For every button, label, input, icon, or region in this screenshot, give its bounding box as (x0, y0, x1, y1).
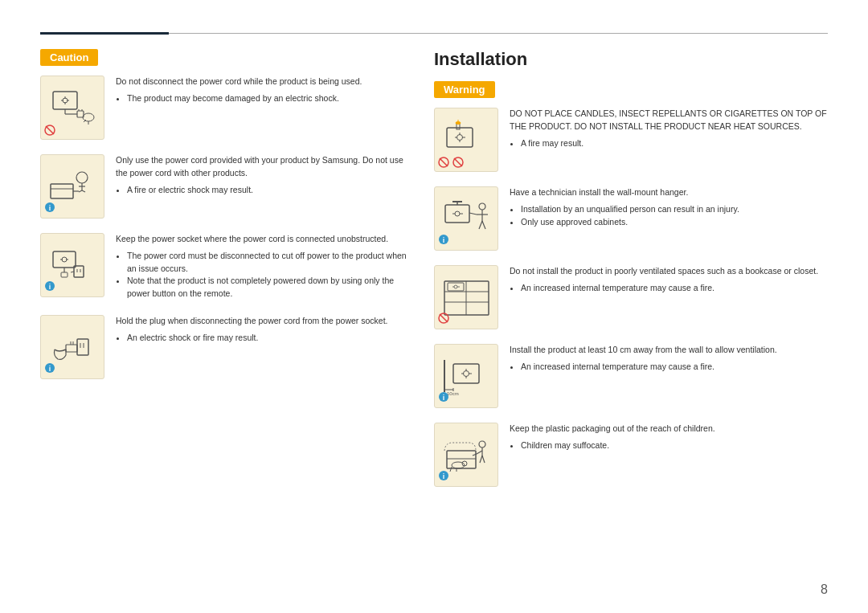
installation-title: Installation (434, 49, 828, 70)
svg-line-15 (46, 126, 54, 134)
page-container: Caution (0, 0, 868, 613)
warning-item-3: Do not install the product in poorly ven… (434, 265, 828, 329)
svg-rect-46 (447, 128, 473, 147)
svg-line-21 (79, 190, 82, 192)
caution-icon-3 (47, 245, 99, 285)
caution-item-3: i Keep the power socket where the power … (40, 233, 410, 300)
warning-main-2: Have a technician install the wall-mount… (510, 186, 828, 199)
warning-bullet-1-0: A fire may result. (521, 137, 828, 150)
info-dot-w2: i (438, 234, 449, 247)
svg-rect-84 (453, 364, 479, 383)
svg-text:i: i (49, 283, 51, 291)
warning-text-1: DO NOT PLACE CANDLES, INSECT REPELLANTS … (510, 108, 828, 149)
svg-line-100 (477, 451, 482, 454)
caution-main-4: Hold the plug when disconnecting the pow… (116, 315, 410, 328)
caution-bullet-1-0: The product may become damaged by an ele… (127, 92, 410, 105)
svg-point-78 (454, 285, 457, 288)
warning-text-5: Keep the plastic packaging out of the re… (510, 423, 828, 452)
caution-main-1: Do not disconnect the power cord while t… (116, 76, 410, 88)
page-number: 8 (821, 582, 828, 597)
caution-item-4: i Hold the plug when disconnecting the p… (40, 315, 410, 379)
warning-icon-5 (440, 435, 493, 475)
warning-image-1 (434, 108, 498, 172)
warning-bullet-2-1: Only use approved cabinets. (521, 216, 828, 229)
top-line-dark (40, 32, 169, 35)
caution-text-4: Hold the plug when disconnecting the pow… (116, 315, 410, 345)
svg-rect-26 (53, 251, 76, 268)
svg-text:i: i (443, 472, 445, 480)
caution-icon-2 (47, 166, 99, 206)
warning-image-5: i (434, 423, 498, 487)
caution-icon-1 (47, 88, 99, 128)
warning-icon-1 (440, 120, 493, 160)
warning-image-3 (434, 265, 498, 329)
warning-text-3: Do not install the product in poorly ven… (510, 265, 828, 295)
caution-bullet-2-0: A fire or electric shock may result. (127, 184, 410, 197)
svg-point-53 (456, 122, 461, 125)
warning-main-1: DO NOT PLACE CANDLES, INSECT REPELLANTS … (510, 108, 828, 133)
svg-point-85 (463, 371, 469, 377)
caution-bullet-4-0: An electric shock or fire may result. (127, 332, 410, 345)
top-lines (40, 32, 828, 35)
svg-rect-77 (448, 283, 464, 291)
warning-main-4: Install the product at least 10 cm away … (510, 344, 828, 357)
svg-rect-96 (447, 451, 476, 468)
caution-text-1: Do not disconnect the power cord while t… (116, 76, 410, 105)
caution-item-2: i Only use the power cord provided with … (40, 154, 410, 219)
caution-icon-4 (47, 327, 99, 367)
caution-text-2: Only use the power cord provided with yo… (116, 154, 410, 196)
svg-line-22 (82, 190, 85, 192)
svg-line-102 (480, 456, 482, 463)
no-symbol-w3 (438, 313, 449, 325)
svg-line-70 (469, 213, 477, 215)
no-symbol-1 (44, 125, 55, 136)
warning-badge: Warning (434, 81, 495, 98)
caution-item-1: Do not disconnect the power cord while t… (40, 76, 410, 140)
svg-rect-38 (77, 339, 88, 355)
svg-point-18 (76, 172, 88, 183)
caution-main-3: Keep the power socket where the power co… (116, 233, 410, 246)
svg-text:i: i (49, 365, 51, 373)
warning-image-4: 10cm i (434, 344, 498, 408)
warning-text-2: Have a technician install the wall-mount… (510, 186, 828, 228)
info-dot-2: i (44, 202, 55, 215)
warning-icon-2 (440, 198, 493, 239)
svg-line-103 (482, 456, 485, 463)
caution-main-2: Only use the power cord provided with yo… (116, 154, 410, 180)
right-column: Installation Warning (434, 49, 828, 589)
svg-text:i: i (443, 394, 445, 402)
svg-rect-59 (445, 205, 469, 223)
warning-image-2: i (434, 186, 498, 251)
warning-text-4: Install the product at least 10 cm away … (510, 344, 828, 374)
svg-line-82 (440, 314, 448, 322)
caution-image-2: i (40, 154, 104, 219)
columns: Caution (40, 49, 828, 589)
svg-point-47 (457, 135, 462, 141)
svg-rect-34 (61, 272, 68, 277)
warning-item-1: DO NOT PLACE CANDLES, INSECT REPELLANTS … (434, 108, 828, 172)
svg-line-69 (482, 221, 485, 229)
svg-rect-41 (66, 345, 77, 352)
caution-image-1 (40, 76, 104, 140)
warning-item-4: 10cm i Install the product at least 10 c… (434, 344, 828, 408)
svg-line-68 (479, 221, 482, 229)
warning-main-5: Keep the plastic packaging out of the re… (510, 423, 828, 435)
left-column: Caution (40, 49, 410, 589)
svg-point-98 (479, 441, 485, 447)
caution-badge: Caution (40, 49, 98, 66)
warning-item-5: i Keep the plastic packaging out of the … (434, 423, 828, 487)
info-dot-3: i (44, 280, 55, 293)
svg-text:i: i (443, 236, 445, 244)
info-dot-w5: i (438, 470, 449, 483)
warning-icon-4: 10cm (440, 356, 493, 396)
svg-rect-0 (53, 92, 77, 109)
svg-point-65 (479, 203, 485, 210)
svg-line-58 (454, 158, 462, 166)
warning-bullet-2-0: Installation by an unqualified person ca… (521, 203, 828, 216)
svg-line-106 (450, 467, 452, 472)
caution-image-4: i (40, 315, 104, 379)
warning-icon-3 (440, 277, 493, 317)
caution-image-3: i (40, 233, 104, 297)
info-dot-4: i (44, 362, 55, 375)
top-line-light (169, 33, 828, 34)
